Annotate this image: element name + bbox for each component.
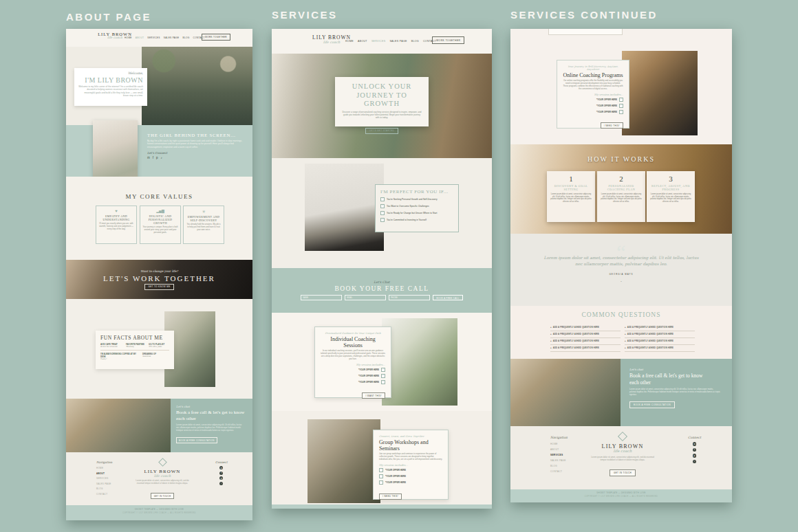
lets-get-started-button[interactable]: LET'S GET STARTED (365, 128, 398, 134)
phone-input[interactable] (389, 295, 430, 300)
facebook-icon[interactable] (153, 156, 153, 159)
legal-line-1: SHOWIT TEMPLATE — DESIGNED WITH LOVE (66, 509, 252, 511)
nav-link-blog[interactable]: BLOG (411, 40, 419, 43)
nav-link-home[interactable]: HOME (345, 40, 354, 43)
nav-link-services[interactable]: SERVICES (371, 40, 386, 43)
individual-section: Personalized Guidance for Your Unique Pa… (272, 313, 492, 411)
name-input[interactable] (301, 295, 342, 300)
step-title: DISCOVERY & GOAL SETTING (550, 184, 592, 192)
tiktok-icon[interactable] (693, 460, 697, 464)
nav-link-services[interactable]: SERVICES (147, 36, 160, 39)
services-continued-label: SERVICES CONTINUED (510, 9, 658, 21)
faq-item[interactable]: ADD A FREQUENTLY ASKED QUESTION HERE (625, 331, 695, 338)
perfect-item: You're Committed to Investing in Yoursel… (380, 218, 453, 222)
work-together-button[interactable]: WORK TOGETHER (202, 34, 230, 41)
book-consultation-button[interactable]: BOOK A FREE CONSULTATION (629, 401, 675, 408)
quote-author: GEORGIA MAYS (510, 273, 732, 276)
perfect-item-text: You're Committed to Investing in Yoursel… (387, 219, 427, 221)
footer-link-sales-page[interactable]: SALES PAGE (96, 483, 112, 485)
nav-link-sales-page[interactable]: SALES PAGE (164, 36, 180, 39)
i-want-this-button[interactable]: I WANT THIS! (362, 392, 385, 399)
footer-link-blog[interactable]: BLOG (96, 487, 112, 490)
footer-link-services[interactable]: SERVICES (96, 477, 112, 480)
footer-link-contact[interactable]: CONTACT (550, 470, 568, 473)
behind-body: By day I'm a life coach, by night a pass… (147, 140, 245, 148)
footer-link-sales-page[interactable]: SALES PAGE (550, 459, 568, 462)
step-number: 1 (550, 175, 592, 183)
offer-text: *YOUR OFFER HERE (385, 481, 406, 484)
online-card: Your Journey to Self-Discovery, Anytime,… (557, 60, 629, 129)
nav-link-about[interactable]: ABOUT (136, 36, 144, 39)
check-icon (381, 380, 385, 384)
offer-row: *YOUR OFFER HERE (596, 110, 623, 114)
perfect-title: I'M PERFECT FOR YOU IF... (380, 189, 453, 195)
perfect-item: You're Ready for Change but Unsure Where… (380, 211, 453, 215)
offer-text: *YOUR OFFER HERE (596, 98, 617, 101)
carousel-dot[interactable]: • (510, 280, 732, 283)
offer-row: *YOUR OFFER HERE (379, 474, 442, 478)
offer-row: *YOUR OFFER HERE (596, 98, 623, 102)
online-section: Your Journey to Self-Discovery, Anytime,… (510, 29, 732, 144)
footer-link-blog[interactable]: BLOG (550, 465, 568, 467)
i-need-this-button[interactable]: I NEED THIS! (379, 494, 402, 500)
step-title: REFLECT, ADJUST, AND PROGRESS (649, 184, 692, 192)
faq-item[interactable]: ADD A FREQUENTLY ASKED QUESTION HERE (550, 338, 621, 345)
nav-link-blog[interactable]: BLOG (183, 36, 190, 39)
email-input[interactable] (345, 295, 386, 300)
footer-link-about[interactable]: ABOUT (96, 472, 112, 475)
how-title: HOW IT WORKS (510, 155, 732, 163)
footer-link-contact[interactable]: CONTACT (96, 493, 112, 496)
footer-link-home[interactable]: HOME (550, 443, 568, 445)
footer-link-home[interactable]: HOME (96, 467, 112, 469)
offer-text: *YOUR OFFER HERE (385, 475, 406, 478)
nav-link-sales-page[interactable]: SALES PAGE (389, 40, 407, 43)
get-to-know-me-button[interactable]: GET TO KNOW ME (144, 284, 173, 290)
step-number: 2 (600, 175, 643, 183)
instagram-icon[interactable] (219, 466, 223, 469)
faq-item[interactable]: ADD A FREQUENTLY ASKED QUESTION HERE (625, 324, 695, 331)
pinterest-icon[interactable] (693, 454, 697, 458)
faq-item[interactable]: ADD A FREQUENTLY ASKED QUESTION HERE (550, 331, 621, 338)
nav-link-about[interactable]: ABOUT (358, 40, 367, 43)
check-icon (379, 474, 383, 478)
offer-text: *YOUR OFFER HERE (358, 381, 379, 384)
pinterest-icon[interactable] (156, 156, 158, 159)
faq-section: COMMON QUESTIONS ADD A FREQUENTLY ASKED … (510, 306, 732, 359)
hero-card: Welcome, I'M LILY BROWN Welcome to my li… (74, 68, 147, 106)
faq-item[interactable]: ADD A FREQUENTLY ASKED QUESTION HERE (625, 345, 695, 352)
get-in-touch-button[interactable]: GET IN TOUCH (151, 493, 175, 499)
offer-row: *YOUR OFFER HERE (358, 374, 385, 378)
tiktok-icon[interactable] (219, 482, 223, 485)
work-together-button[interactable]: WORK TOGETHER (432, 36, 464, 44)
band-body: Lorem ipsum dolor sit amet, consectetur … (176, 423, 245, 432)
pinterest-icon[interactable] (219, 476, 223, 480)
instagram-icon[interactable] (693, 442, 697, 446)
facebook-icon[interactable] (693, 448, 697, 452)
services-hero-title: UNLOCK YOUR JOURNEY TO GROWTH (341, 82, 422, 109)
step-body: Lorem ipsum dolor sit amet, consectetur … (550, 193, 592, 203)
book-consultation-button[interactable]: BOOK A FREE CONSULTATION (176, 437, 217, 443)
fact-label: I'M ALWAYS DRINKING COFFEE AT MY DESK (100, 353, 138, 358)
footer-link-about[interactable]: ABOUT (550, 448, 568, 451)
nav-link-home[interactable]: HOME (125, 36, 132, 39)
hero-title: I'M LILY BROWN (78, 76, 143, 84)
perfect-item: You're Seeking Personal Growth and Self-… (380, 197, 453, 201)
individual-card: Personalized Guidance for Your Unique Pa… (314, 326, 391, 398)
i-need-this-button[interactable]: I NEED THIS! (601, 122, 623, 129)
facebook-icon[interactable] (219, 472, 223, 475)
fun-facts-card: FUN FACTS ABOUT ME AVID CAFE TREATA latt… (96, 331, 174, 369)
fact-value: Guilty! (100, 358, 138, 360)
get-in-touch-button[interactable]: GET IN TOUCH (610, 469, 636, 476)
faq-item[interactable]: ADD A FREQUENTLY ASKED QUESTION HERE (625, 338, 695, 345)
fact-value: A latte & croissant (100, 346, 122, 348)
offer-text: *YOUR OFFER HERE (358, 375, 379, 377)
book-free-call-button[interactable]: BOOK A FREE CALL (433, 295, 463, 300)
tiktok-icon[interactable] (161, 156, 162, 159)
diamond-logo-icon (158, 458, 167, 467)
faq-item[interactable]: ADD A FREQUENTLY ASKED QUESTION HERE (550, 324, 621, 331)
footer-link-services[interactable]: SERVICES (550, 454, 568, 456)
value-card-body: Your journey is unique. Every plan is bu… (142, 226, 178, 234)
instagram-icon[interactable] (147, 156, 150, 159)
faq-item[interactable]: ADD A FREQUENTLY ASKED QUESTION HERE (550, 345, 621, 352)
footer-about-text: Lorem ipsum dolor sit amet, consectetur … (132, 480, 193, 485)
